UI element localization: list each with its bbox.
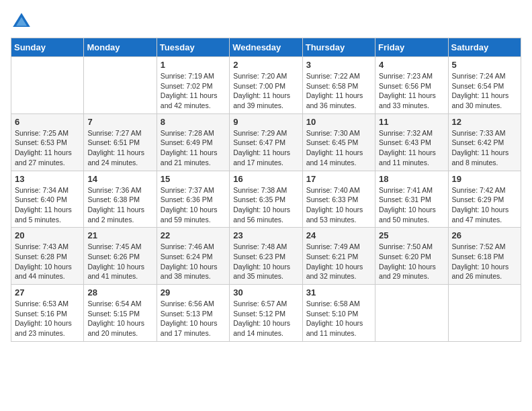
day-info: Sunrise: 7:23 AM Sunset: 6:56 PM Dayligh…: [379, 71, 444, 111]
logo: [11, 11, 35, 32]
calendar-day-cell: 23Sunrise: 7:48 AM Sunset: 6:23 PM Dayli…: [230, 228, 302, 285]
calendar-day-cell: 19Sunrise: 7:42 AM Sunset: 6:29 PM Dayli…: [448, 171, 521, 228]
day-number: 22: [161, 230, 226, 240]
calendar-day-cell: 18Sunrise: 7:41 AM Sunset: 6:31 PM Dayli…: [375, 171, 448, 228]
weekday-header: Thursday: [302, 38, 375, 57]
day-info: Sunrise: 6:54 AM Sunset: 5:15 PM Dayligh…: [87, 299, 152, 338]
day-info: Sunrise: 7:46 AM Sunset: 6:24 PM Dayligh…: [161, 242, 226, 281]
day-info: Sunrise: 7:45 AM Sunset: 6:26 PM Dayligh…: [87, 242, 152, 281]
day-info: Sunrise: 7:30 AM Sunset: 6:45 PM Dayligh…: [306, 128, 371, 168]
calendar-day-cell: 16Sunrise: 7:38 AM Sunset: 6:35 PM Dayli…: [230, 171, 302, 228]
calendar-day-cell: 27Sunrise: 6:53 AM Sunset: 5:16 PM Dayli…: [11, 285, 84, 342]
day-number: 10: [306, 117, 371, 127]
day-info: Sunrise: 7:20 AM Sunset: 7:00 PM Dayligh…: [233, 71, 298, 111]
day-number: 26: [452, 230, 517, 240]
day-number: 6: [15, 117, 80, 127]
day-number: 24: [306, 230, 371, 240]
day-info: Sunrise: 7:37 AM Sunset: 6:36 PM Dayligh…: [161, 185, 226, 225]
calendar-week-row: 6Sunrise: 7:25 AM Sunset: 6:53 PM Daylig…: [11, 113, 521, 171]
calendar-day-cell: 9Sunrise: 7:29 AM Sunset: 6:47 PM Daylig…: [230, 113, 302, 171]
calendar-day-cell: [11, 57, 84, 114]
calendar-week-row: 1Sunrise: 7:19 AM Sunset: 7:02 PM Daylig…: [11, 57, 521, 114]
calendar-day-cell: 21Sunrise: 7:45 AM Sunset: 6:26 PM Dayli…: [84, 228, 157, 285]
calendar-day-cell: 24Sunrise: 7:49 AM Sunset: 6:21 PM Dayli…: [302, 228, 375, 285]
calendar-day-cell: 22Sunrise: 7:46 AM Sunset: 6:24 PM Dayli…: [157, 228, 229, 285]
calendar-table: SundayMondayTuesdayWednesdayThursdayFrid…: [11, 38, 521, 342]
day-number: 29: [161, 287, 226, 298]
day-number: 9: [233, 117, 298, 127]
day-number: 14: [87, 174, 152, 184]
day-number: 15: [161, 174, 226, 184]
calendar-day-cell: 14Sunrise: 7:36 AM Sunset: 6:38 PM Dayli…: [84, 171, 157, 228]
day-info: Sunrise: 7:34 AM Sunset: 6:40 PM Dayligh…: [15, 185, 80, 225]
page-header: [11, 11, 521, 32]
day-info: Sunrise: 7:50 AM Sunset: 6:20 PM Dayligh…: [379, 242, 444, 281]
day-info: Sunrise: 7:32 AM Sunset: 6:43 PM Dayligh…: [379, 128, 444, 168]
day-info: Sunrise: 7:43 AM Sunset: 6:28 PM Dayligh…: [15, 242, 80, 281]
calendar-day-cell: 31Sunrise: 6:58 AM Sunset: 5:10 PM Dayli…: [302, 285, 375, 342]
weekday-header: Wednesday: [230, 38, 302, 57]
calendar-day-cell: [84, 57, 157, 114]
weekday-header: Sunday: [11, 38, 84, 57]
day-number: 3: [306, 60, 371, 70]
day-info: Sunrise: 7:48 AM Sunset: 6:23 PM Dayligh…: [233, 242, 298, 281]
day-info: Sunrise: 7:49 AM Sunset: 6:21 PM Dayligh…: [306, 242, 371, 281]
day-info: Sunrise: 7:36 AM Sunset: 6:38 PM Dayligh…: [87, 185, 152, 225]
day-number: 25: [379, 230, 444, 240]
calendar-day-cell: 3Sunrise: 7:22 AM Sunset: 6:58 PM Daylig…: [302, 57, 375, 114]
day-number: 31: [306, 287, 371, 298]
calendar-day-cell: 28Sunrise: 6:54 AM Sunset: 5:15 PM Dayli…: [84, 285, 157, 342]
calendar-day-cell: 5Sunrise: 7:24 AM Sunset: 6:54 PM Daylig…: [448, 57, 521, 114]
day-info: Sunrise: 6:58 AM Sunset: 5:10 PM Dayligh…: [306, 299, 371, 338]
weekday-header: Friday: [375, 38, 448, 57]
calendar-day-cell: 13Sunrise: 7:34 AM Sunset: 6:40 PM Dayli…: [11, 171, 84, 228]
calendar-day-cell: 7Sunrise: 7:27 AM Sunset: 6:51 PM Daylig…: [84, 113, 157, 171]
day-number: 4: [379, 60, 444, 70]
day-number: 23: [233, 230, 298, 240]
day-info: Sunrise: 7:29 AM Sunset: 6:47 PM Dayligh…: [233, 128, 298, 168]
day-number: 21: [87, 230, 152, 240]
day-info: Sunrise: 7:22 AM Sunset: 6:58 PM Dayligh…: [306, 71, 371, 111]
day-number: 16: [233, 174, 298, 184]
calendar-day-cell: 2Sunrise: 7:20 AM Sunset: 7:00 PM Daylig…: [230, 57, 302, 114]
day-info: Sunrise: 7:33 AM Sunset: 6:42 PM Dayligh…: [452, 128, 517, 168]
day-number: 17: [306, 174, 371, 184]
day-number: 1: [161, 60, 226, 70]
calendar-day-cell: 25Sunrise: 7:50 AM Sunset: 6:20 PM Dayli…: [375, 228, 448, 285]
day-info: Sunrise: 7:25 AM Sunset: 6:53 PM Dayligh…: [15, 128, 80, 168]
calendar-day-cell: 17Sunrise: 7:40 AM Sunset: 6:33 PM Dayli…: [302, 171, 375, 228]
day-info: Sunrise: 7:19 AM Sunset: 7:02 PM Dayligh…: [161, 71, 226, 111]
day-info: Sunrise: 7:27 AM Sunset: 6:51 PM Dayligh…: [87, 128, 152, 168]
day-number: 8: [161, 117, 226, 127]
calendar-day-cell: 4Sunrise: 7:23 AM Sunset: 6:56 PM Daylig…: [375, 57, 448, 114]
day-number: 20: [15, 230, 80, 240]
calendar-week-row: 13Sunrise: 7:34 AM Sunset: 6:40 PM Dayli…: [11, 171, 521, 228]
weekday-header-row: SundayMondayTuesdayWednesdayThursdayFrid…: [11, 38, 521, 57]
day-number: 18: [379, 174, 444, 184]
day-info: Sunrise: 7:38 AM Sunset: 6:35 PM Dayligh…: [233, 185, 298, 225]
weekday-header: Saturday: [448, 38, 521, 57]
calendar-day-cell: 11Sunrise: 7:32 AM Sunset: 6:43 PM Dayli…: [375, 113, 448, 171]
calendar-day-cell: 12Sunrise: 7:33 AM Sunset: 6:42 PM Dayli…: [448, 113, 521, 171]
day-number: 30: [233, 287, 298, 298]
calendar-day-cell: 20Sunrise: 7:43 AM Sunset: 6:28 PM Dayli…: [11, 228, 84, 285]
calendar-day-cell: 8Sunrise: 7:28 AM Sunset: 6:49 PM Daylig…: [157, 113, 229, 171]
calendar-day-cell: 26Sunrise: 7:52 AM Sunset: 6:18 PM Dayli…: [448, 228, 521, 285]
day-number: 2: [233, 60, 298, 70]
calendar-day-cell: 30Sunrise: 6:57 AM Sunset: 5:12 PM Dayli…: [230, 285, 302, 342]
day-info: Sunrise: 7:40 AM Sunset: 6:33 PM Dayligh…: [306, 185, 371, 225]
day-number: 28: [87, 287, 152, 298]
weekday-header: Monday: [84, 38, 157, 57]
day-info: Sunrise: 7:41 AM Sunset: 6:31 PM Dayligh…: [379, 185, 444, 225]
day-number: 7: [87, 117, 152, 127]
calendar-week-row: 20Sunrise: 7:43 AM Sunset: 6:28 PM Dayli…: [11, 228, 521, 285]
day-info: Sunrise: 7:42 AM Sunset: 6:29 PM Dayligh…: [452, 185, 517, 225]
calendar-day-cell: 15Sunrise: 7:37 AM Sunset: 6:36 PM Dayli…: [157, 171, 229, 228]
day-number: 11: [379, 117, 444, 127]
day-info: Sunrise: 7:24 AM Sunset: 6:54 PM Dayligh…: [452, 71, 517, 111]
day-info: Sunrise: 6:57 AM Sunset: 5:12 PM Dayligh…: [233, 299, 298, 338]
day-info: Sunrise: 7:28 AM Sunset: 6:49 PM Dayligh…: [161, 128, 226, 168]
day-number: 12: [452, 117, 517, 127]
day-number: 27: [15, 287, 80, 298]
calendar-day-cell: [375, 285, 448, 342]
